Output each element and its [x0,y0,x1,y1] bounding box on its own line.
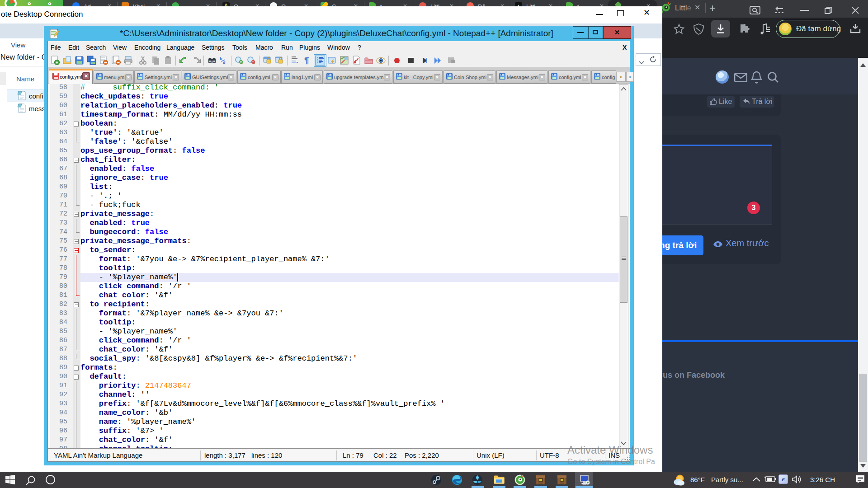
svg-text:b: b [220,56,222,61]
svg-text:¶: ¶ [304,56,309,65]
